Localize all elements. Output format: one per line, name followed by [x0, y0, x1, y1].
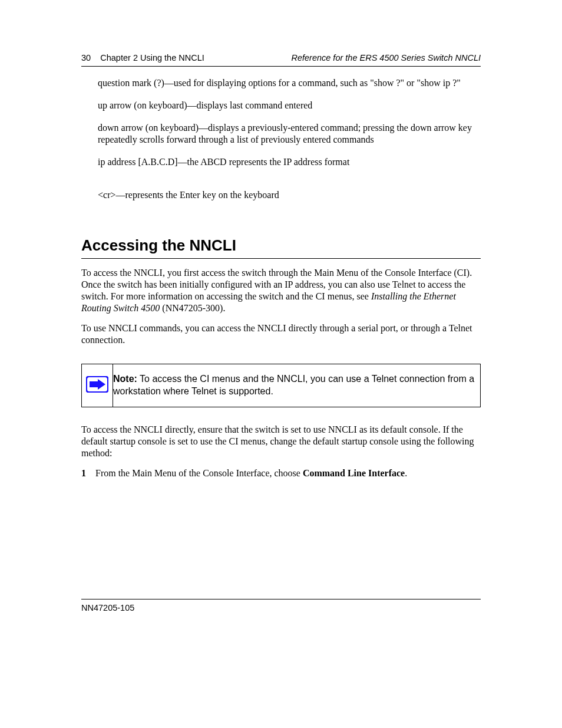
- section-rule: [81, 258, 481, 259]
- body-paragraph: To access the NNCLI directly, ensure tha…: [81, 424, 481, 459]
- page-header: 30 Chapter 2 Using the NNCLI Reference f…: [81, 53, 481, 62]
- note-icon-cell: [82, 364, 113, 407]
- list-item-number: 1: [81, 468, 86, 478]
- note-text: To access the CI menus and the NNCLI, yo…: [113, 374, 474, 396]
- list-item: ip address [A.B.C.D]—the ABCD represents…: [98, 156, 481, 168]
- page-footer: NN47205-105: [81, 599, 481, 612]
- chapter-label: Chapter 2 Using the NNCLI: [100, 53, 204, 62]
- list-item: <cr>—represents the Enter key on the key…: [98, 189, 481, 201]
- list-item: down arrow (on keyboard)—displays a prev…: [98, 122, 481, 146]
- header-doc-title: Reference for the ERS 4500 Series Switch…: [291, 53, 481, 62]
- list-item-text: .: [405, 468, 407, 478]
- note-box: Note: To access the CI menus and the NNC…: [81, 364, 481, 407]
- body-paragraph: To access the NNCLI, you first access th…: [81, 267, 481, 314]
- numbered-list-item: 1 From the Main Menu of the Console Inte…: [81, 467, 481, 479]
- header-rule: [81, 66, 481, 67]
- arrow-right-icon: [86, 376, 108, 395]
- svg-marker-1: [90, 379, 105, 390]
- list-item-bold: Command Line Interface: [303, 468, 405, 478]
- list-item: up arrow (on keyboard)—displays last com…: [98, 100, 481, 111]
- section-heading: Accessing the NNCLI: [81, 236, 481, 255]
- footer-doc-id: NN47205-105: [81, 603, 481, 612]
- note-text-cell: Note: To access the CI menus and the NNC…: [113, 364, 481, 407]
- list-item: question mark (?)—used for displaying op…: [98, 77, 481, 89]
- list-item-text: From the Main Menu of the Console Interf…: [95, 468, 303, 478]
- header-page-chapter: 30 Chapter 2 Using the NNCLI: [81, 53, 204, 62]
- footer-rule: [81, 599, 481, 599]
- page-number: 30: [81, 53, 91, 62]
- note-label: Note:: [113, 374, 137, 384]
- page: 30 Chapter 2 Using the NNCLI Reference f…: [0, 0, 562, 728]
- body-paragraph: To use NNCLI commands, you can access th…: [81, 322, 481, 346]
- paragraph-text: (NN47205-300).: [160, 303, 225, 313]
